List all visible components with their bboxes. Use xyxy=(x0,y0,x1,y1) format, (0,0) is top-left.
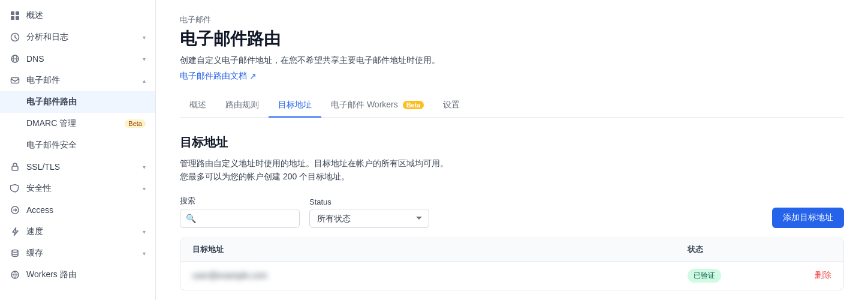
sidebar-item-speed[interactable]: 速度 ▾ xyxy=(0,221,155,242)
page-title: 电子邮件路由 xyxy=(180,28,844,50)
add-destination-button[interactable]: 添加目标地址 xyxy=(772,208,844,228)
svg-rect-0 xyxy=(11,11,14,15)
status-badge: 已验证 xyxy=(688,269,721,283)
clock-icon xyxy=(10,32,20,43)
tab-email-workers[interactable]: 电子邮件 Workers Beta xyxy=(321,94,433,118)
status-filter-group: Status 所有状态 xyxy=(309,197,429,228)
main-content: 电子邮件 电子邮件路由 创建自定义电子邮件地址，在您不希望共享主要电子邮件地址时… xyxy=(156,0,868,300)
chevron-down-icon: ▾ xyxy=(143,229,146,235)
tabs-bar: 概述 路由规则 目标地址 电子邮件 Workers Beta 设置 xyxy=(180,94,844,118)
col-header-address: 目标地址 xyxy=(192,244,688,255)
doc-link-text: 电子邮件路由文档 xyxy=(180,71,247,82)
sidebar-item-label: Workers 路由 xyxy=(26,269,146,280)
chevron-down-icon: ▾ xyxy=(143,164,146,170)
dns-icon xyxy=(10,53,20,64)
status-label: Status xyxy=(309,197,429,206)
search-input-wrap: 🔍 xyxy=(180,209,300,228)
tab-settings[interactable]: 设置 xyxy=(433,94,469,118)
sidebar-item-label: 缓存 xyxy=(26,248,137,259)
email-workers-beta-badge: Beta xyxy=(403,101,424,109)
search-input[interactable] xyxy=(180,209,300,228)
external-link-icon: ↗ xyxy=(249,71,257,81)
breadcrumb: 电子邮件 xyxy=(180,14,844,25)
destination-table: 目标地址 状态 user@example.com 已验证 删除 xyxy=(180,238,844,290)
sidebar-item-label: 安全性 xyxy=(26,183,137,194)
tab-destination-address[interactable]: 目标地址 xyxy=(269,94,321,118)
sidebar-item-dmarc[interactable]: DMARC 管理 Beta xyxy=(0,113,155,134)
sidebar-item-access[interactable]: Access xyxy=(0,199,155,221)
sidebar-item-label: DMARC 管理 xyxy=(26,118,115,129)
svg-rect-3 xyxy=(16,16,19,20)
chevron-up-icon: ▴ xyxy=(143,77,146,84)
access-icon xyxy=(10,205,20,215)
svg-rect-9 xyxy=(12,166,18,170)
shield-icon xyxy=(10,183,20,194)
tab-routing-rules[interactable]: 路由规则 xyxy=(216,94,269,118)
chevron-down-icon: ▾ xyxy=(143,34,146,41)
sidebar-item-workers[interactable]: Workers 路由 xyxy=(0,264,155,286)
search-icon: 🔍 xyxy=(186,214,196,223)
row-action: 删除 xyxy=(783,270,831,281)
svg-rect-2 xyxy=(11,16,14,20)
bolt-icon xyxy=(10,226,20,237)
tab-email-workers-label: 电子邮件 Workers xyxy=(331,100,398,109)
col-header-status: 状态 xyxy=(688,244,783,255)
grid-icon xyxy=(10,10,20,21)
sidebar-item-analytics[interactable]: 分析和日志 ▾ xyxy=(0,26,155,48)
svg-rect-1 xyxy=(16,11,19,15)
section-desc-line1: 管理路由自定义地址时使用的地址。目标地址在帐户的所有区域均可用。 您最多可以为您… xyxy=(180,157,844,184)
sidebar-item-label: 分析和日志 xyxy=(26,32,137,43)
dmarc-beta-badge: Beta xyxy=(125,119,146,128)
email-icon xyxy=(10,75,20,86)
doc-link[interactable]: 电子邮件路由文档 ↗ xyxy=(180,71,257,82)
sidebar-item-label: 速度 xyxy=(26,226,137,237)
search-filter-group: 搜索 🔍 xyxy=(180,196,300,228)
sidebar-item-label: 电子邮件安全 xyxy=(26,140,146,151)
sidebar: 概述 分析和日志 ▾ DNS ▾ 电子邮件 ▴ 电子邮件路由 DMARC 管理 … xyxy=(0,0,156,300)
table-row: user@example.com 已验证 删除 xyxy=(180,262,843,290)
sidebar-item-label: 电子邮件 xyxy=(26,75,137,86)
section-title: 目标地址 xyxy=(180,134,844,151)
chevron-down-icon: ▾ xyxy=(143,56,146,62)
table-header: 目标地址 状态 xyxy=(180,238,843,262)
sidebar-item-cache[interactable]: 缓存 ▾ xyxy=(0,242,155,264)
sidebar-item-dns[interactable]: DNS ▾ xyxy=(0,48,155,70)
sidebar-item-email[interactable]: 电子邮件 ▴ xyxy=(0,70,155,91)
globe-icon xyxy=(10,269,20,280)
sidebar-item-overview[interactable]: 概述 xyxy=(0,5,155,26)
row-status: 已验证 xyxy=(688,269,783,283)
status-select[interactable]: 所有状态 xyxy=(309,209,429,228)
delete-button[interactable]: 删除 xyxy=(815,270,831,281)
chevron-down-icon: ▾ xyxy=(143,250,146,257)
sidebar-item-label: 电子邮件路由 xyxy=(26,97,146,107)
page-description: 创建自定义电子邮件地址，在您不希望共享主要电子邮件地址时使用。 xyxy=(180,55,844,66)
chevron-down-icon: ▾ xyxy=(143,185,146,192)
sidebar-item-label: 概述 xyxy=(26,10,146,21)
sidebar-item-ssl[interactable]: SSL/TLS ▾ xyxy=(0,156,155,178)
lock-icon xyxy=(10,161,20,172)
filters-row: 搜索 🔍 Status 所有状态 添加目标地址 xyxy=(180,196,844,228)
sidebar-item-label: Access xyxy=(26,205,146,215)
sidebar-item-label: SSL/TLS xyxy=(26,162,137,172)
sidebar-item-label: DNS xyxy=(26,54,137,64)
database-icon xyxy=(10,248,20,259)
row-address: user@example.com xyxy=(192,271,688,280)
svg-point-11 xyxy=(12,250,18,253)
sidebar-item-security[interactable]: 安全性 ▾ xyxy=(0,178,155,199)
sidebar-item-email-security[interactable]: 电子邮件安全 xyxy=(0,134,155,156)
search-label: 搜索 xyxy=(180,196,300,206)
tab-overview[interactable]: 概述 xyxy=(180,94,216,118)
svg-rect-8 xyxy=(11,78,19,83)
sidebar-item-email-routing[interactable]: 电子邮件路由 xyxy=(0,91,155,113)
